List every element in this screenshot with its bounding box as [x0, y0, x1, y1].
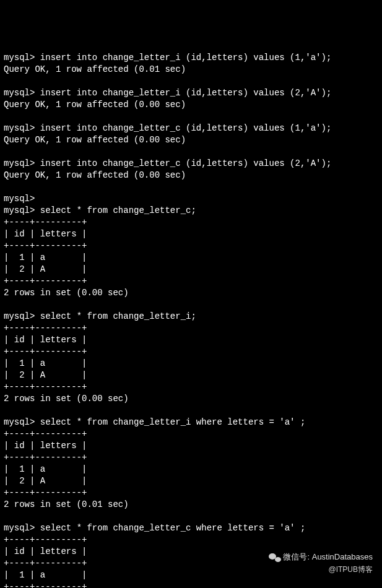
prompt: mysql>: [4, 123, 35, 133]
watermark-subtext: @ITPUB博客: [269, 564, 373, 576]
prompt: mysql>: [4, 523, 35, 533]
terminal-output: mysql> insert into change_letter_i (id,l…: [4, 52, 378, 588]
sql-command: insert into change_letter_i (id,letters)…: [40, 88, 331, 98]
table-row: | 2 | A |: [4, 370, 87, 380]
query-response: Query OK, 1 row affected (0.00 sec): [4, 100, 186, 110]
sql-command: insert into change_letter_c (id,letters)…: [40, 123, 331, 133]
sql-command: select * from change_letter_c;: [40, 205, 196, 215]
sql-command: select * from change_letter_i where lett…: [40, 417, 305, 427]
table-row: | 1 | a |: [4, 570, 87, 580]
prompt: mysql>: [4, 158, 35, 168]
table-border: +----+---------+: [4, 429, 87, 439]
table-border: +----+---------+: [4, 323, 87, 333]
table-row: | 1 | a |: [4, 464, 87, 474]
table-border: +----+---------+: [4, 347, 87, 357]
query-response: Query OK, 1 row affected (0.01 sec): [4, 64, 186, 74]
prompt: mysql>: [4, 194, 35, 204]
table-border: +----+---------+: [4, 217, 87, 227]
table-row: | 1 | a |: [4, 358, 87, 368]
table-header: | id | letters |: [4, 441, 87, 451]
table-border: +----+---------+: [4, 582, 87, 588]
table-border: +----+---------+: [4, 535, 87, 545]
table-border: +----+---------+: [4, 276, 87, 286]
result-summary: 2 rows in set (0.01 sec): [4, 499, 129, 509]
sql-command: insert into change_letter_i (id,letters)…: [40, 53, 331, 63]
sql-command: select * from change_letter_i;: [40, 311, 196, 321]
sql-command: insert into change_letter_c (id,letters)…: [40, 158, 331, 168]
result-summary: 2 rows in set (0.00 sec): [4, 288, 129, 298]
prompt: mysql>: [4, 417, 35, 427]
prompt: mysql>: [4, 53, 35, 63]
query-response: Query OK, 1 row affected (0.00 sec): [4, 135, 186, 145]
prompt: mysql>: [4, 311, 35, 321]
table-header: | id | letters |: [4, 229, 87, 239]
table-border: +----+---------+: [4, 452, 87, 462]
result-summary: 2 rows in set (0.00 sec): [4, 394, 129, 404]
table-header: | id | letters |: [4, 547, 87, 556]
wechat-icon: [269, 553, 281, 563]
table-border: +----+---------+: [4, 241, 87, 251]
table-border: +----+---------+: [4, 558, 87, 568]
table-header: | id | letters |: [4, 335, 87, 345]
table-row: | 2 | A |: [4, 264, 87, 274]
prompt: mysql>: [4, 205, 35, 215]
watermark-text: 微信号: AustinDatabases: [283, 552, 373, 561]
prompt: mysql>: [4, 88, 35, 98]
table-border: +----+---------+: [4, 488, 87, 498]
table-border: +----+---------+: [4, 382, 87, 392]
table-row: | 1 | a |: [4, 253, 87, 262]
table-row: | 2 | A |: [4, 476, 87, 486]
sql-command: select * from change_letter_c where lett…: [40, 523, 305, 533]
query-response: Query OK, 1 row affected (0.00 sec): [4, 170, 186, 180]
watermark: 微信号: AustinDatabases @ITPUB博客: [269, 551, 373, 576]
